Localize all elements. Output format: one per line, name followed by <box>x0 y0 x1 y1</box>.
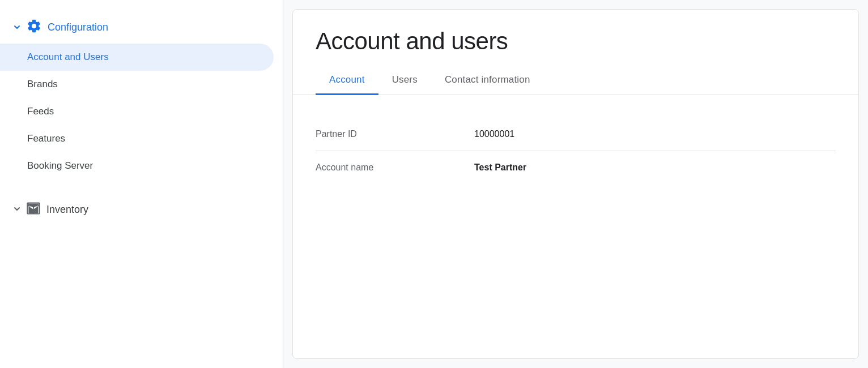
account-name-value: Test Partner <box>474 162 526 173</box>
account-name-label: Account name <box>316 162 474 173</box>
sidebar-item-label: Account and Users <box>27 52 109 62</box>
sidebar-item-feeds[interactable]: Feeds <box>0 98 274 125</box>
inventory-label: Inventory <box>46 204 88 216</box>
sidebar-item-label: Booking Server <box>27 160 93 171</box>
sidebar-item-label: Features <box>27 133 65 144</box>
main-content-panel: Account and users Account Users Contact … <box>292 9 859 359</box>
sidebar-item-brands[interactable]: Brands <box>0 71 274 98</box>
partner-id-value: 10000001 <box>474 129 514 139</box>
inventory-chevron-icon <box>14 206 20 214</box>
tab-contact-information[interactable]: Contact information <box>431 66 544 95</box>
account-tab-content: Partner ID 10000001 Account name Test Pa… <box>293 95 858 207</box>
sidebar-item-booking-server[interactable]: Booking Server <box>0 152 274 179</box>
sidebar-item-label: Feeds <box>27 106 54 117</box>
tabs-bar: Account Users Contact information <box>293 66 858 95</box>
account-name-row: Account name Test Partner <box>316 151 836 184</box>
sidebar-item-label: Brands <box>27 79 58 89</box>
tab-users[interactable]: Users <box>378 66 431 95</box>
tab-account[interactable]: Account <box>316 66 378 95</box>
sidebar: Configuration Account and Users Brands F… <box>0 0 283 368</box>
inventory-section-header[interactable]: Inventory <box>0 193 283 226</box>
partner-id-label: Partner ID <box>316 129 474 139</box>
sidebar-item-account-and-users[interactable]: Account and Users <box>0 44 274 71</box>
configuration-chevron-icon <box>14 23 20 32</box>
partner-id-row: Partner ID 10000001 <box>316 118 836 151</box>
gear-icon <box>26 18 42 37</box>
page-title: Account and users <box>293 10 858 66</box>
configuration-label: Configuration <box>48 22 108 33</box>
configuration-section-header[interactable]: Configuration <box>0 11 283 44</box>
store-icon <box>26 201 41 219</box>
sidebar-item-features[interactable]: Features <box>0 125 274 152</box>
